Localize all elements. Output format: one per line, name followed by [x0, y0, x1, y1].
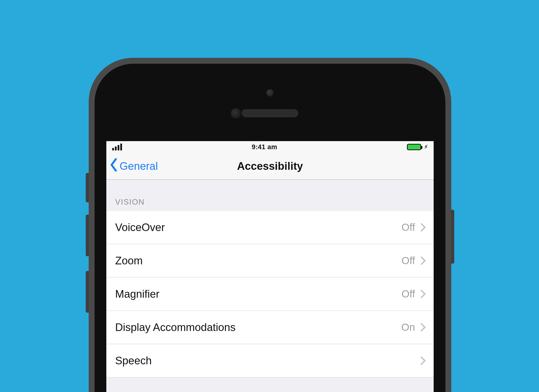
row-trail: Off — [402, 221, 426, 233]
camera-icon — [266, 89, 274, 97]
chevron-left-icon — [110, 158, 118, 174]
proximity-sensor-icon — [231, 108, 241, 119]
volume-down-button — [86, 271, 89, 313]
row-speech[interactable]: Speech — [106, 344, 434, 378]
status-right: ⚡︎ — [407, 144, 428, 150]
chevron-right-icon — [420, 223, 426, 232]
charging-icon: ⚡︎ — [424, 144, 428, 150]
earpiece-speaker — [242, 109, 298, 117]
row-magnifier[interactable]: Magnifier Off — [106, 278, 434, 311]
row-trail — [415, 356, 426, 365]
screen: 9:41 am ⚡︎ General Accessibility VISION — [106, 141, 434, 392]
row-voiceover[interactable]: VoiceOver Off — [106, 211, 434, 244]
back-button[interactable]: General — [110, 153, 158, 179]
mute-switch — [86, 173, 89, 202]
section-header-vision: VISION — [106, 180, 434, 211]
row-trail: On — [401, 321, 426, 333]
phone-frame: 9:41 am ⚡︎ General Accessibility VISION — [89, 58, 451, 392]
row-trail: Off — [402, 288, 426, 300]
row-label: Display Accommodations — [115, 321, 236, 333]
battery-icon — [407, 144, 421, 150]
page-title: Accessibility — [237, 160, 303, 172]
row-value: Off — [402, 221, 415, 233]
volume-up-button — [86, 215, 89, 256]
chevron-right-icon — [420, 290, 426, 298]
row-trail: Off — [402, 255, 426, 267]
row-display-accommodations[interactable]: Display Accommodations On — [106, 311, 434, 344]
row-value: Off — [402, 288, 415, 300]
chevron-right-icon — [420, 256, 426, 265]
cellular-signal-icon — [112, 144, 122, 150]
row-zoom[interactable]: Zoom Off — [106, 244, 434, 278]
row-value: Off — [402, 255, 415, 267]
status-left — [112, 144, 122, 150]
status-time: 9:41 am — [252, 143, 277, 151]
chevron-right-icon — [420, 323, 426, 332]
row-label: Zoom — [115, 255, 143, 267]
back-label: General — [120, 160, 158, 172]
power-button — [451, 210, 454, 264]
chevron-right-icon — [420, 356, 426, 365]
nav-bar: General Accessibility — [106, 153, 434, 180]
row-label: Speech — [115, 355, 152, 367]
row-value: On — [401, 321, 415, 333]
row-label: VoiceOver — [115, 221, 165, 233]
phone-bezel: 9:41 am ⚡︎ General Accessibility VISION — [95, 64, 445, 392]
row-label: Magnifier — [115, 288, 159, 300]
status-bar: 9:41 am ⚡︎ — [106, 141, 434, 153]
settings-list: VoiceOver Off Zoom Off — [106, 211, 434, 378]
